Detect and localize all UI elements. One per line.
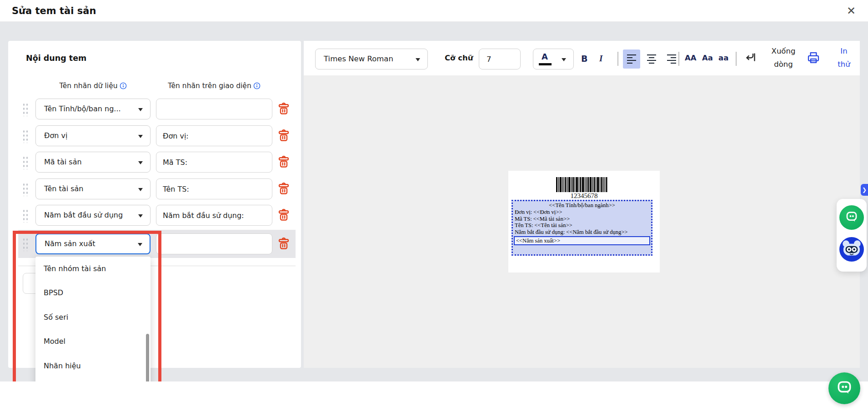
chat-bubble-icon [845,210,858,225]
panel-title: Nội dung tem [26,54,86,63]
preview-line: Đơn vị: <<Đơn vị>> [515,209,649,216]
format-toolbar: Times New Roman Cỡ chữ A B I AA Aa aa Xu… [304,41,860,75]
chevron-down-icon [138,243,142,246]
chevron-down-icon [138,108,143,111]
drag-handle-icon[interactable] [22,208,28,223]
preview-line: <<Tên Tỉnh/bộ/ban ngành>> [515,202,649,209]
chevron-down-icon [138,188,143,191]
dropdown-option[interactable]: Số seri [35,305,151,329]
bold-button[interactable]: B [581,54,587,64]
ui-label-input[interactable] [156,152,272,173]
wrap-text-icon[interactable] [743,51,757,64]
delete-row-button[interactable] [277,208,290,222]
uppercase-button[interactable]: AA [685,54,697,62]
wrap-text-label[interactable]: Xuống dòng [764,45,803,71]
toolbar-separator [736,52,737,66]
label-preview-area: 12345678 <<Tên Tỉnh/bộ/ban ngành>> Đơn v… [304,75,860,368]
chat-support-button[interactable] [839,205,864,230]
font-size-label: Cỡ chữ [445,54,473,62]
dropdown-option[interactable]: BPSD [35,281,151,305]
label-content-panel: Nội dung tem Tên nhãn dữ liệu Tên nhãn t… [8,41,301,368]
drag-handle-icon[interactable] [22,182,28,196]
delete-row-button[interactable] [277,182,290,196]
close-icon[interactable]: ✕ [844,4,858,18]
dropdown-option[interactable]: Nhãn hiệu [35,354,151,378]
toolbar-separator [617,52,618,66]
selected-preview-line[interactable]: <<Năm sản xuất>> [514,236,650,245]
delete-row-button[interactable] [277,102,290,116]
font-color-swatch [539,63,552,65]
font-color-picker[interactable]: A [533,49,574,69]
align-left-button[interactable] [623,50,640,69]
chevron-down-icon [138,135,143,138]
panda-bot-icon [839,237,864,263]
align-right-icon [667,54,676,64]
chevron-down-icon [138,161,143,164]
align-center-icon [647,54,656,64]
dialog-header: Sửa tem tài sản ✕ [0,0,868,22]
label-row: Tên tài sản [8,178,301,199]
delete-row-button[interactable] [277,129,290,143]
chat-bubble-icon [836,379,853,398]
print-test-button[interactable]: In thử [831,45,857,71]
ui-label-input[interactable] [156,233,272,254]
lowercase-button[interactable]: aa [718,54,728,62]
font-size-input[interactable] [479,49,521,69]
drag-handle-icon[interactable] [22,102,28,116]
preview-line: Tên TS: <<Tên tài sản>> [515,222,649,229]
drag-handle-icon[interactable] [22,129,28,143]
data-field-select[interactable]: Tên Tỉnh/bộ/ban ng... [35,99,151,119]
ui-label-input[interactable] [156,125,272,146]
label-preview-card: 12345678 <<Tên Tỉnh/bộ/ban ngành>> Đơn v… [508,171,660,272]
column-header-data-label: Tên nhãn dữ liệu [35,82,151,91]
delete-row-button[interactable] [277,155,290,169]
preview-line: Năm bắt đầu sử dụng: <<Năm bắt đầu sử dụ… [515,229,649,236]
dialog-title: Sửa tem tài sản [12,5,96,16]
ui-label-input[interactable] [156,99,272,119]
font-family-select[interactable]: Times New Roman [315,49,428,69]
label-row: Đơn vị [8,125,301,146]
data-field-select[interactable]: Năm bắt đầu sử dụng [35,205,151,226]
barcode-value: 12345678 [508,192,660,200]
dropdown-option[interactable]: Tên nhóm tài sản [35,257,151,281]
preview-line: Mã TS: <<Mã tài sản>> [515,216,649,223]
support-widget-card [837,199,867,272]
align-left-icon [627,54,636,64]
collapse-panel-chevron[interactable]: ❯ [861,184,868,196]
drag-handle-icon[interactable] [22,155,28,169]
dialog-footer [0,381,868,411]
titlecase-button[interactable]: Aa [702,54,713,62]
data-field-select[interactable]: Mã tài sản [35,152,151,173]
chat-fab-button[interactable] [828,372,860,404]
column-header-ui-label: Tên nhãn trên giao diện [156,82,272,91]
drag-handle-icon[interactable] [22,237,28,251]
chevron-down-icon [138,214,143,218]
toolbar-separator [678,52,679,66]
align-right-button[interactable] [663,50,680,69]
info-icon[interactable] [120,82,127,91]
ui-label-input[interactable] [156,205,272,226]
ui-label-input[interactable] [156,178,272,199]
data-field-select-open[interactable]: Năm sản xuất [35,233,151,254]
barcode-image [556,177,608,192]
label-row: Mã tài sản [8,152,301,173]
label-row-active: Năm sản xuất [8,233,301,254]
align-center-button[interactable] [643,50,660,69]
chevron-down-icon [416,58,420,61]
delete-row-button[interactable] [277,237,290,251]
dropdown-option[interactable]: Model [35,329,151,353]
italic-button[interactable]: I [599,54,602,64]
info-icon[interactable] [253,82,261,91]
chevron-down-icon [562,58,566,61]
data-field-select[interactable]: Tên tài sản [35,178,151,199]
data-field-select[interactable]: Đơn vị [35,125,151,146]
font-color-letter: A [542,52,548,61]
label-row: Tên Tỉnh/bộ/ban ng... [8,99,301,119]
label-row: Năm bắt đầu sử dụng [8,205,301,226]
printer-icon[interactable] [807,51,820,64]
assistant-bot-button[interactable] [839,238,864,262]
label-text-selection[interactable]: <<Tên Tỉnh/bộ/ban ngành>> Đơn vị: <<Đơn … [512,200,652,256]
